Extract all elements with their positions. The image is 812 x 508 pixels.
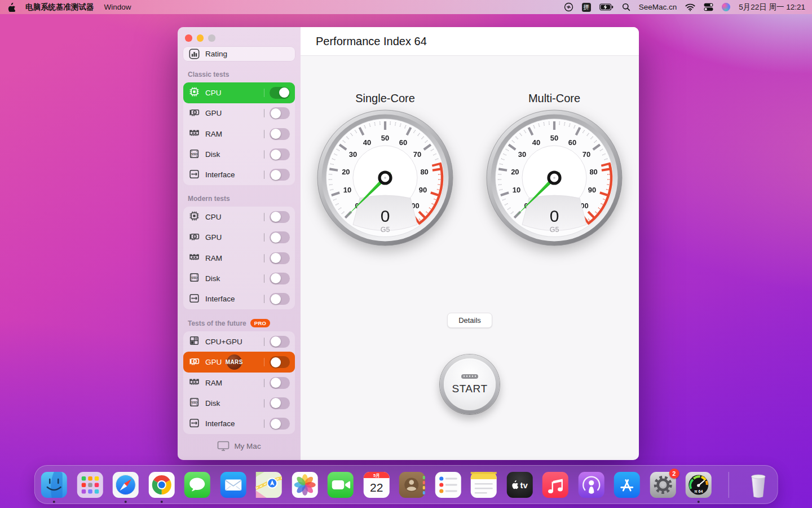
dock-settings-icon[interactable]: 2 [649, 471, 676, 498]
my-mac-item[interactable]: My Mac [183, 434, 295, 460]
toggle-divider [264, 150, 265, 159]
sidebar-item-ram[interactable]: RAM [183, 124, 295, 144]
toggle-cpu-gpu[interactable] [270, 336, 290, 348]
dock-notes-icon[interactable] [470, 471, 497, 498]
dock-chrome-icon[interactable] [148, 471, 175, 498]
sidebar-item-disk[interactable]: SSDDisk [183, 268, 295, 288]
sidebar-item-interface[interactable]: Interface [183, 289, 295, 309]
sidebar-item-ram[interactable]: RAM [183, 248, 295, 268]
menu-bar: 电脑系统基准测试器 Window 拼 SeeMac.cn 5月22 [0, 0, 812, 14]
menu-item-window[interactable]: Window [104, 3, 131, 11]
sidebar-item-interface[interactable]: Interface [183, 165, 295, 185]
zoom-button[interactable] [208, 34, 215, 42]
gpu-icon [188, 356, 200, 369]
input-method-icon[interactable]: 拼 [582, 3, 591, 12]
dock-appletv-icon[interactable]: tv [506, 471, 533, 498]
toggle-divider [264, 338, 265, 346]
dock-music-icon[interactable] [542, 471, 569, 498]
sidebar-item-cpu[interactable]: CPU [183, 207, 295, 227]
toggle-disk[interactable] [270, 273, 290, 284]
toggle-interface[interactable] [270, 169, 290, 181]
cpu-icon [188, 210, 200, 224]
running-indicator [698, 501, 700, 503]
sidebar-item-label: GPU [205, 109, 222, 117]
switch-cycle-icon[interactable] [564, 2, 573, 12]
dock-benchmark-icon[interactable]: π 64 [685, 471, 712, 498]
toggle-divider [264, 419, 265, 428]
dock-podcasts-icon[interactable] [577, 471, 604, 498]
dock-trash-icon[interactable] [744, 471, 771, 498]
toggle-ram[interactable] [270, 252, 290, 264]
dock-finder-icon[interactable] [41, 471, 68, 498]
battery-icon[interactable] [599, 3, 614, 11]
toggle-interface[interactable] [270, 418, 290, 430]
sidebar-item-ram[interactable]: RAM [183, 373, 295, 393]
wifi-icon[interactable] [685, 3, 695, 11]
toggle-divider [264, 170, 265, 179]
toggle-divider [264, 295, 265, 303]
spotlight-search-icon[interactable] [622, 3, 630, 11]
sidebar-item-cpu[interactable]: CPU [183, 82, 295, 103]
dock-reminders-icon[interactable] [434, 471, 461, 498]
close-button[interactable] [185, 34, 192, 42]
toggle-disk[interactable] [270, 397, 290, 409]
desktop-wallpaper: 电脑系统基准测试器 Window 拼 SeeMac.cn 5月22 [0, 0, 812, 508]
section-title: Modern tests [188, 195, 295, 203]
section-title: Tests of the futurePRO [188, 319, 295, 327]
sidebar-item-interface[interactable]: Interface [183, 414, 295, 434]
details-button[interactable]: Details [447, 313, 492, 328]
dock-safari-icon[interactable] [112, 471, 139, 498]
svg-text:60: 60 [568, 138, 576, 147]
dock-maps-icon[interactable] [255, 471, 283, 498]
running-indicator [160, 501, 162, 503]
minimize-button[interactable] [197, 34, 204, 42]
section-card: CPU+GPUGPUMARSRAMSSDDiskInterface [183, 331, 295, 434]
main-panel: Performance Index 64 Single-Core 0102030… [301, 27, 639, 460]
svg-text:10: 10 [343, 186, 351, 194]
sidebar-item-disk[interactable]: SSDDisk [183, 144, 295, 164]
sidebar-item-gpu[interactable]: GPU [183, 227, 295, 247]
dock-photos-icon[interactable] [291, 471, 318, 498]
svg-text:20: 20 [342, 168, 350, 176]
sidebar-item-label: Interface [205, 419, 235, 428]
appletv-label: tv [520, 480, 528, 490]
sidebar-item-disk[interactable]: SSDDisk [183, 393, 295, 413]
dock-facetime-icon[interactable] [327, 471, 354, 498]
toggle-ram[interactable] [270, 377, 290, 389]
toggle-ram[interactable] [270, 128, 290, 140]
menu-app-name[interactable]: 电脑系统基准测试器 [25, 2, 94, 12]
toggle-gpu[interactable] [270, 356, 290, 368]
control-center-icon[interactable] [704, 3, 713, 11]
toggle-gpu[interactable] [270, 231, 290, 243]
dock-contacts-icon[interactable] [399, 471, 426, 498]
toggle-cpu[interactable] [270, 211, 290, 223]
toggle-gpu[interactable] [270, 107, 290, 119]
svg-text:20: 20 [511, 168, 519, 176]
rating-button[interactable]: Rating [183, 47, 295, 62]
dock-mail-icon[interactable] [219, 471, 246, 498]
dock-appstore-icon[interactable] [614, 471, 641, 498]
datetime-label[interactable]: 5月22日 周一 12:21 [739, 2, 805, 12]
hostname-label[interactable]: SeeMac.cn [639, 3, 677, 11]
dock-calendar-icon[interactable]: 5月22 [363, 471, 390, 498]
my-mac-label: My Mac [234, 442, 261, 450]
gauge-single-core: Single-Core 0102030405060708090100 0 G5 [301, 92, 470, 248]
sidebar-item-gpu[interactable]: GPU [183, 103, 295, 124]
svg-text:60: 60 [399, 138, 407, 147]
apple-menu-icon[interactable] [7, 2, 15, 12]
sidebar-item-label: RAM [205, 379, 222, 387]
gauge-multi-core: Multi-Core 0102030405060708090100 0 G5 [470, 92, 639, 248]
toggle-disk[interactable] [270, 148, 290, 160]
siri-icon[interactable] [722, 3, 730, 11]
svg-text:80: 80 [420, 168, 428, 176]
toggle-interface[interactable] [270, 293, 290, 305]
toggle-cpu[interactable] [270, 87, 290, 99]
sidebar-item-gpu[interactable]: GPUMARS [183, 352, 295, 372]
dock-messages-icon[interactable] [184, 471, 211, 498]
sidebar-item-cpu-gpu[interactable]: CPU+GPU [183, 331, 295, 352]
gauge-unit-label: G5 [381, 226, 390, 234]
dock-launchpad-icon[interactable] [76, 471, 103, 498]
app-window: Rating Classic testsCPUGPURAMSSDDiskInte… [178, 27, 639, 460]
start-button[interactable]: START [440, 354, 500, 414]
svg-text:40: 40 [363, 138, 371, 147]
